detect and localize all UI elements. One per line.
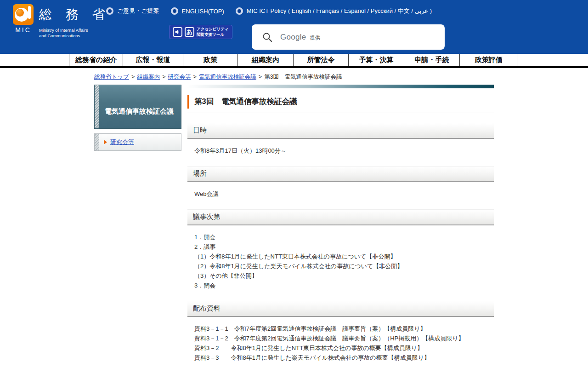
nav-item-about-mic[interactable]: 総務省の紹介	[69, 54, 123, 66]
agenda-item: 2．議事	[194, 242, 494, 252]
section-agenda: 議事次第 1．開会 2．議事 （1）令和8年1月に発生したNTT東日本株式会社の…	[187, 209, 494, 291]
breadcrumb-link-home[interactable]: 総務省トップ	[94, 74, 129, 80]
section-materials: 配布資料 資料3－1－1 令和7年度第2回電気通信事故検証会議 議事要旨（案）【…	[187, 301, 494, 363]
place-value: Web会議	[187, 182, 494, 200]
accessibility-badge-line1: アクセシビリティ	[197, 27, 229, 32]
breadcrumb-link-organization[interactable]: 組織案内	[137, 74, 160, 80]
mic-logo-text: 総 務 省 Ministry of Internal Affairs and C…	[39, 4, 110, 39]
circle-bullet-icon	[106, 7, 113, 15]
nav-item-organization[interactable]: 組織案内	[237, 54, 293, 66]
accessibility-badge-label: アクセシビリティ 閲覧支援ツール	[197, 27, 229, 37]
search-provided-by-label: 提供	[310, 34, 320, 41]
agenda-item: （3）その他【非公開】	[194, 271, 494, 281]
material-item: 資料3－1－2 令和7年度第2回電気通信事故検証会議 議事要旨（案）（HP掲載用…	[194, 334, 494, 343]
circle-bullet-icon	[171, 7, 178, 15]
arrow-right-icon	[104, 140, 107, 144]
site-header: MIC 総 務 省 Ministry of Internal Affairs a…	[0, 0, 588, 54]
nav-item-policy-evaluation[interactable]: 政策評価	[459, 54, 518, 66]
agenda-item: 3．閉会	[194, 281, 494, 290]
section-heading-datetime: 日時	[187, 123, 494, 139]
agenda-item: 1．開会	[194, 232, 494, 242]
section-heading-materials: 配布資料	[187, 301, 494, 317]
breadcrumb-separator: >	[259, 74, 262, 80]
mic-logo-icon	[13, 4, 34, 25]
content-row: 電気通信事故検証会議 研究会等 第3回 電気通信事故検証会議 日時 令和8年3月…	[94, 85, 588, 368]
mic-ict-policy-link-label: MIC ICT Policy ( English / Français / Es…	[247, 7, 432, 15]
mic-logo-acronym: MIC	[15, 26, 31, 34]
page-title: 第3回 電気通信事故検証会議	[187, 95, 494, 109]
nav-item-budget[interactable]: 予算・決算	[348, 54, 404, 66]
section-place: 場所 Web会議	[187, 166, 494, 200]
main-content: 第3回 電気通信事故検証会議 日時 令和8年3月17日（火）13時00分～ 場所…	[187, 85, 494, 368]
global-nav-row: 総務省の紹介 広報・報道 政策 組織案内 所管法令 予算・決算 申請・手続 政策…	[69, 54, 518, 66]
breadcrumb-link-council[interactable]: 電気通信事故検証会議	[199, 74, 256, 80]
breadcrumb: 総務省トップ>組織案内>研究会等>電気通信事故検証会議>第3回 電気通信事故検証…	[94, 73, 588, 81]
ministry-name-jp: 総 務 省	[39, 6, 110, 23]
mic-logo-mark-column: MIC	[13, 4, 34, 39]
nav-item-laws[interactable]: 所管法令	[293, 54, 348, 66]
ministry-name-en-line2: and Communications	[39, 33, 110, 39]
agenda-list: 1．開会 2．議事 （1）令和8年1月に発生したNTT東日本株式会社の事故につい…	[187, 225, 494, 291]
english-top-link-label: ENGLISH(TOP)	[182, 8, 224, 15]
nav-item-public-relations[interactable]: 広報・報道	[123, 54, 183, 66]
mic-logo-bar	[28, 6, 31, 19]
section-heading-agenda: 議事次第	[187, 209, 494, 225]
kana-a-icon: あ	[185, 27, 194, 37]
speaker-icon	[173, 27, 182, 37]
feedback-link-label: ご意見・ご提案	[117, 7, 159, 15]
datetime-value: 令和8年3月17日（火）13時00分～	[187, 139, 494, 156]
breadcrumb-current: 第3回 電気通信事故検証会議	[264, 74, 342, 80]
ministry-name-en: Ministry of Internal Affairs and Communi…	[39, 28, 110, 39]
circle-bullet-icon	[236, 7, 243, 15]
agenda-item: （1）令和8年1月に発生したNTT東日本株式会社の事故について【非公開】	[194, 252, 494, 261]
breadcrumb-link-study-groups[interactable]: 研究会等	[168, 74, 191, 80]
material-item: 資料3－3 令和8年1月に発生した楽天モバイル株式会社の事故の概要【構成員限り】	[194, 353, 494, 362]
agenda-item: （2）令和8年1月に発生した楽天モバイル株式会社の事故について【非公開】	[194, 261, 494, 271]
accessibility-badge-line2: 閲覧支援ツール	[197, 32, 229, 37]
sidebar: 電気通信事故検証会議 研究会等	[94, 85, 181, 368]
mic-logo[interactable]: MIC 総 務 省 Ministry of Internal Affairs a…	[13, 4, 110, 39]
ministry-name-en-line1: Ministry of Internal Affairs	[39, 28, 110, 33]
materials-list: 資料3－1－1 令和7年度第2回電気通信事故検証会議 議事要旨（案）【構成員限り…	[187, 317, 494, 363]
breadcrumb-separator: >	[193, 74, 197, 80]
mic-logo-ball	[16, 9, 24, 17]
section-datetime: 日時 令和8年3月17日（火）13時00分～	[187, 123, 494, 156]
section-heading-place: 場所	[187, 166, 494, 182]
sidebar-group-title: 電気通信事故検証会議	[94, 85, 181, 129]
material-item: 資料3－2 令和8年1月に発生したNTT東日本株式会社の事故の概要【構成員限り】	[194, 343, 494, 353]
global-nav: 総務省の紹介 広報・報道 政策 組織案内 所管法令 予算・決算 申請・手続 政策…	[0, 54, 588, 68]
search-provider-label: Google	[280, 33, 306, 42]
kana-a-glyph: あ	[187, 29, 192, 35]
accessibility-tool-badge[interactable]: あ アクセシビリティ 閲覧支援ツール	[169, 25, 232, 39]
nav-item-policy[interactable]: 政策	[183, 54, 237, 66]
search-icon	[262, 32, 273, 43]
material-item: 資料3－1－1 令和7年度第2回電気通信事故検証会議 議事要旨（案）【構成員限り…	[194, 324, 494, 334]
breadcrumb-separator: >	[131, 74, 135, 80]
page-content: 総務省トップ>組織案内>研究会等>電気通信事故検証会議>第3回 電気通信事故検証…	[0, 68, 588, 368]
content-gradient-bar	[187, 85, 494, 88]
sidebar-link-label: 研究会等	[110, 138, 134, 146]
nav-item-applications[interactable]: 申請・手続	[404, 54, 459, 66]
search-input[interactable]: Google 提供	[252, 24, 445, 50]
mic-ict-policy-link[interactable]: MIC ICT Policy ( English / Français / Es…	[236, 7, 432, 15]
sidebar-item-study-groups[interactable]: 研究会等	[94, 133, 181, 151]
header-utility-links: ご意見・ご提案 ENGLISH(TOP) MIC ICT Policy ( En…	[106, 7, 432, 15]
title-divider	[187, 113, 494, 113]
feedback-link[interactable]: ご意見・ご提案	[106, 7, 159, 15]
breadcrumb-separator: >	[162, 74, 165, 80]
english-top-link[interactable]: ENGLISH(TOP)	[171, 7, 224, 15]
